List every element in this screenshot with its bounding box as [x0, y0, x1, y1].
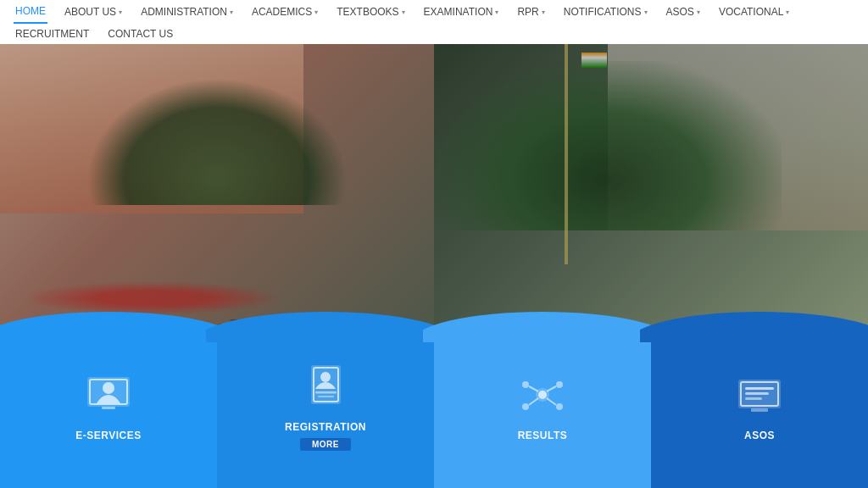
service-card-results[interactable]: RESULTS	[434, 327, 651, 488]
svg-line-15	[529, 386, 538, 391]
e-services-label: E-SERVICES	[75, 430, 141, 441]
nav-recruitment[interactable]: RECRUITMENT	[14, 24, 91, 44]
nav-academics[interactable]: ACADEMICS ▾	[250, 0, 320, 24]
registration-label: REGISTRATION	[285, 421, 366, 433]
svg-point-12	[556, 381, 563, 388]
asos-label: ASOS	[744, 430, 775, 441]
nav-rpr[interactable]: RPR ▾	[515, 0, 546, 24]
svg-point-10	[538, 391, 547, 399]
nav-home[interactable]: HOME	[14, 0, 47, 24]
svg-point-14	[556, 403, 563, 410]
svg-rect-24	[751, 408, 768, 412]
nav-row1: HOME ABOUT US ▾ ADMINISTRATION ▾ ACADEMI…	[0, 0, 868, 24]
svg-line-17	[529, 398, 538, 405]
nav-about-us[interactable]: ABOUT US ▾	[63, 0, 124, 24]
nav-administration[interactable]: ADMINISTRATION ▾	[139, 0, 235, 24]
svg-rect-3	[102, 407, 115, 409]
nav-asos[interactable]: ASOS ▾	[665, 0, 702, 24]
results-icon	[517, 370, 568, 421]
svg-rect-8	[318, 396, 334, 397]
svg-point-11	[522, 381, 529, 388]
svg-point-6	[320, 372, 331, 382]
nav-textbooks[interactable]: TEXTBOOKS ▾	[335, 0, 406, 24]
nav-contact-us[interactable]: CONTACT US	[106, 24, 175, 44]
svg-rect-23	[745, 397, 762, 400]
asos-icon	[734, 370, 785, 421]
nav-notifications[interactable]: NOTIFICATIONS ▾	[562, 0, 649, 24]
svg-rect-21	[745, 387, 774, 390]
svg-rect-7	[315, 391, 337, 394]
svg-point-13	[522, 403, 529, 410]
svg-rect-22	[745, 392, 769, 395]
nav-row2: RECRUITMENT CONTACT US	[0, 24, 868, 44]
svg-line-18	[547, 398, 556, 405]
registration-more-button[interactable]: MORE	[300, 438, 351, 451]
registration-icon	[300, 362, 351, 413]
service-card-e-services[interactable]: E-SERVICES	[0, 327, 217, 488]
service-cards: E-SERVICES REGISTRATION MORE	[0, 327, 868, 488]
navbar: HOME ABOUT US ▾ ADMINISTRATION ▾ ACADEMI…	[0, 0, 868, 44]
svg-line-16	[547, 386, 556, 391]
service-card-registration[interactable]: REGISTRATION MORE	[217, 327, 434, 488]
svg-point-2	[103, 382, 114, 394]
e-services-icon	[83, 370, 134, 421]
results-label: RESULTS	[518, 430, 568, 441]
nav-examination[interactable]: EXAMINATION ▾	[422, 0, 501, 24]
service-card-asos[interactable]: ASOS	[651, 327, 868, 488]
nav-vocational[interactable]: VOCATIONAL ▾	[717, 0, 791, 24]
